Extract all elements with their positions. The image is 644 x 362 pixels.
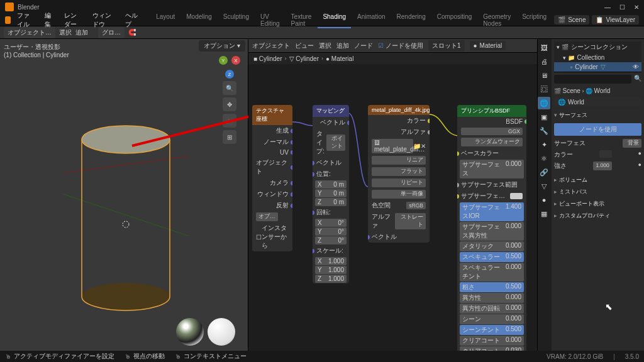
bsdf-param[interactable]: サブサーフェ…: [457, 190, 526, 202]
mapping-rot-Z[interactable]: Z0°: [315, 236, 347, 244]
node-mapping[interactable]: マッピング ベクトル タイプ:ポイント ベクトル 位置:X0 mY0 mZ0 m…: [313, 105, 349, 283]
perspective-icon[interactable]: ⊞: [223, 130, 236, 144]
bsdf-param[interactable]: 粗さ0.500: [460, 282, 524, 292]
tc-output[interactable]: 反射: [252, 200, 292, 211]
panel-ミストパス[interactable]: ミストパス: [554, 186, 641, 198]
bsdf-param[interactable]: メタリック0.000: [460, 241, 524, 251]
use-nodes-button[interactable]: ノードを使用: [554, 123, 641, 136]
node-texture-coordinate[interactable]: テクスチャ座標 生成ノーマルUVオブジェクトカメラウィンドウ反射 オブ… ☐ イ…: [252, 105, 292, 251]
node-principled-bsdf[interactable]: プリンシプルBSDF BSDF GGX ランダムウォーク ベースカラー サブサー…: [457, 105, 526, 362]
crumb-1[interactable]: ■ Cylinder: [253, 55, 282, 62]
scene-path[interactable]: 🎬 Scene › 🌐 World: [554, 86, 641, 96]
workspace-tab-modeling[interactable]: Modeling: [181, 12, 217, 28]
minimize-button[interactable]: —: [604, 4, 611, 11]
mode-selector[interactable]: オブジェクト…: [4, 27, 55, 38]
instancer-checkbox[interactable]: インスタンサーから: [262, 224, 289, 250]
snap-icon[interactable]: 🧲: [128, 29, 136, 36]
ne-add[interactable]: 追加: [336, 41, 349, 50]
cylinder-object[interactable]: [63, 102, 189, 328]
bsdf-param[interactable]: シーンチント0.500: [460, 325, 524, 335]
shader-node-editor[interactable]: オブジェクト ビュー 選択 追加 ノード ☑ノードを使用 スロット1 ● Mat…: [248, 39, 537, 352]
world-selector[interactable]: 🌐 World: [554, 97, 641, 107]
image-file-field[interactable]: 🖼 metal_plate_diff…: [372, 139, 413, 153]
panel-カスタムプロパティ[interactable]: カスタムプロパティ: [554, 210, 641, 222]
ptab-view[interactable]: 🖥: [538, 69, 550, 82]
crumb-3[interactable]: ● Material: [326, 55, 353, 62]
crumb-2[interactable]: ▽ Cylinder: [289, 55, 319, 62]
ptab-render[interactable]: 🖼: [538, 41, 550, 54]
color-swatch[interactable]: [599, 150, 612, 158]
camera-toggle-icon[interactable]: 🎥: [223, 114, 236, 128]
mapping-loc-X[interactable]: X0 m: [315, 180, 347, 189]
workspace-tab-rendering[interactable]: Rendering: [392, 12, 431, 28]
outliner[interactable]: ▾ 🎬 シーンコレクション ▾ 📁 Collection ▫ Cylinder …: [554, 41, 641, 72]
sss-method[interactable]: ランダムウォーク: [461, 138, 523, 146]
bsdf-param[interactable]: スペキュラーチント0.000: [460, 263, 524, 282]
ptab-particle[interactable]: ✦: [538, 138, 550, 151]
alpha-mode[interactable]: ストレート: [395, 213, 426, 229]
bsdf-param[interactable]: サブサーフェスIOR1.400: [460, 202, 524, 221]
workspace-tab-geometry nodes[interactable]: Geometry Nodes: [478, 12, 516, 28]
material-dropdown[interactable]: ● Material: [470, 41, 506, 50]
axis-gizmo[interactable]: X Y Z: [218, 55, 242, 79]
viewport-options[interactable]: オプション ▾: [199, 40, 245, 52]
bsdf-param[interactable]: サブサーフェス0.000: [460, 160, 524, 178]
mapping-rot-Y[interactable]: Y0°: [315, 228, 347, 236]
ptab-data[interactable]: ▽: [538, 180, 550, 192]
mapping-scale-Y[interactable]: Y1.000: [315, 266, 347, 274]
workspace-tab-layout[interactable]: Layout: [151, 12, 180, 28]
viewlayer-dropdown[interactable]: 📋 ViewLayer: [592, 15, 639, 25]
ptab-output[interactable]: 🖨: [538, 55, 550, 68]
bsdf-param[interactable]: サブサーフェス範囲: [457, 179, 526, 190]
tc-output[interactable]: オブジェクト: [252, 157, 292, 177]
cylinder-row[interactable]: ▫ Cylinder ▽👁: [554, 62, 641, 72]
ptab-modifier[interactable]: 🔧: [538, 124, 550, 137]
panel-ビューポート表示[interactable]: ビューポート表示: [554, 198, 641, 210]
ne-node[interactable]: ノード: [354, 41, 373, 50]
scene-dropdown[interactable]: 🎬 Scene: [554, 15, 589, 25]
close-button[interactable]: ✕: [634, 4, 639, 11]
ne-select[interactable]: 選択: [319, 41, 331, 50]
preview-sphere-hdri[interactable]: [176, 318, 204, 346]
tc-output[interactable]: UV: [252, 148, 292, 157]
workspace-tab-compositing[interactable]: Compositing: [432, 12, 477, 28]
mapping-loc-Z[interactable]: Z0 m: [315, 198, 347, 206]
ptab-world[interactable]: 🌐: [538, 97, 550, 109]
tc-output[interactable]: 生成: [252, 125, 292, 136]
bsdf-param[interactable]: 異方性の回転0.000: [460, 304, 524, 314]
3d-viewport[interactable]: ユーザー・透視投影 (1) Collection | Cylinder オプショ…: [0, 39, 248, 352]
collection-row[interactable]: ▾ 📁 Collection: [554, 53, 641, 62]
open-file-icon[interactable]: 📁: [413, 143, 421, 150]
workspace-tab-shading[interactable]: Shading: [318, 12, 351, 28]
object-field[interactable]: オブ…: [256, 212, 278, 221]
bsdf-param[interactable]: スペキュラー0.500: [460, 252, 524, 262]
extension[interactable]: リピート: [372, 178, 426, 187]
mapping-scale-X[interactable]: X1.000: [315, 257, 347, 265]
workspace-tab-animation[interactable]: Animation: [352, 12, 390, 28]
ne-object[interactable]: オブジェクト: [252, 41, 290, 50]
tc-output[interactable]: カメラ: [252, 177, 292, 189]
slot-dropdown[interactable]: スロット1: [428, 40, 465, 52]
tc-output[interactable]: ウィンドウ: [252, 189, 292, 200]
source[interactable]: 単一画像: [372, 190, 426, 199]
mapping-scale-Z[interactable]: Z1.000: [315, 275, 347, 283]
panel-ボリューム[interactable]: ボリューム: [554, 174, 641, 186]
projection[interactable]: フラット: [372, 167, 426, 176]
bsdf-param[interactable]: サブサーフェス異方性0.000: [460, 222, 524, 241]
search-input[interactable]: [554, 75, 631, 84]
mapping-rot-X[interactable]: X0°: [315, 219, 347, 227]
node-image-texture[interactable]: metal_plate_diff_4k.jpg カラー アルファ 🖼 metal…: [368, 105, 430, 243]
toolbar-select[interactable]: 選択: [59, 28, 72, 37]
workspace-tab-sculpting[interactable]: Sculpting: [218, 12, 254, 28]
ptab-texture[interactable]: ▦: [538, 207, 550, 220]
surface-type[interactable]: 背景: [623, 139, 641, 148]
preview-sphere-diffuse[interactable]: [208, 318, 235, 346]
mapping-type[interactable]: ポイント: [326, 134, 345, 151]
bsdf-param[interactable]: シーン0.000: [460, 314, 524, 324]
ptab-constraint[interactable]: 🔗: [538, 166, 550, 178]
maximize-button[interactable]: ☐: [619, 4, 625, 11]
ptab-scene[interactable]: ⿴: [538, 83, 550, 96]
remove-file-icon[interactable]: ✕: [421, 143, 426, 150]
scene-collection[interactable]: ▾ 🎬 シーンコレクション: [554, 41, 641, 53]
workspace-tab-texture paint[interactable]: Texture Paint: [286, 12, 317, 28]
